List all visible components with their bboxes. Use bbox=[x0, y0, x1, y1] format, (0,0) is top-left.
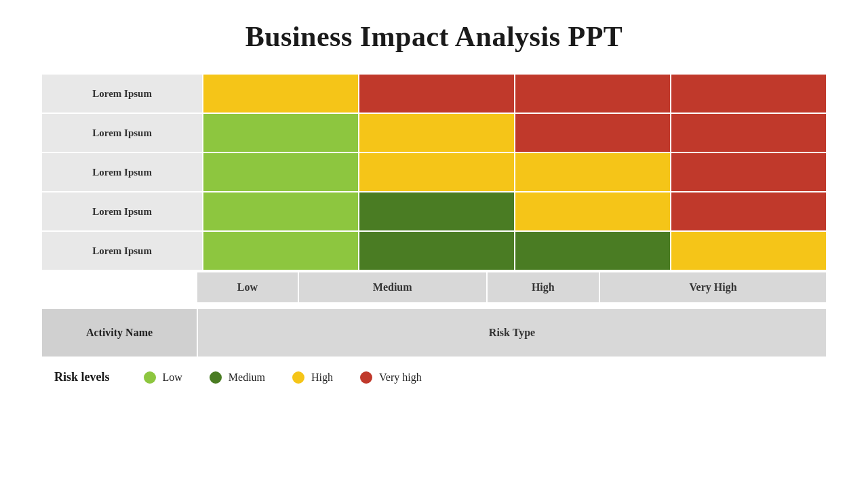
legend-title: Risk levels bbox=[54, 370, 110, 384]
legend-dot-2 bbox=[292, 371, 304, 384]
matrix-cell-r2-c2 bbox=[515, 152, 671, 192]
page: Business Impact Analysis PPT Lorem Ipsum… bbox=[0, 0, 868, 488]
matrix-cell-r2-c0 bbox=[203, 152, 359, 192]
matrix-cell-r4-c0 bbox=[203, 231, 359, 270]
legend-dot-1 bbox=[210, 371, 222, 384]
matrix-cell-r4-c2 bbox=[515, 231, 671, 270]
legend-item-2: High bbox=[292, 371, 333, 384]
matrix-cell-r3-c1 bbox=[359, 192, 515, 231]
empty-header bbox=[41, 272, 197, 303]
matrix-cell-r0-c1 bbox=[359, 74, 515, 113]
col-header-2: High bbox=[487, 272, 599, 303]
matrix-cell-r2-c1 bbox=[359, 152, 515, 192]
col-header-3: Very High bbox=[599, 272, 827, 303]
matrix-cell-r0-c0 bbox=[203, 74, 359, 113]
legend-item-0: Low bbox=[144, 371, 182, 384]
matrix-cell-r2-c3 bbox=[671, 152, 827, 192]
page-title: Business Impact Analysis PPT bbox=[245, 20, 623, 53]
legend-dot-3 bbox=[360, 371, 372, 384]
legend-item-3: Very high bbox=[360, 371, 422, 384]
legend-label-3: Very high bbox=[379, 371, 422, 384]
row-label-0: Lorem Ipsum bbox=[41, 74, 203, 113]
matrix-cell-r0-c2 bbox=[515, 74, 671, 113]
legend-item-1: Medium bbox=[210, 371, 265, 384]
row-label-1: Lorem Ipsum bbox=[41, 113, 203, 152]
matrix-table: Lorem IpsumLorem IpsumLorem IpsumLorem I… bbox=[41, 73, 827, 271]
matrix-cell-r0-c3 bbox=[671, 74, 827, 113]
matrix-cell-r1-c2 bbox=[515, 113, 671, 152]
matrix-cell-r1-c1 bbox=[359, 113, 515, 152]
col-header-1: Medium bbox=[298, 272, 487, 303]
matrix-cell-r3-c0 bbox=[203, 192, 359, 231]
row-label-3: Lorem Ipsum bbox=[41, 192, 203, 231]
legend-label-0: Low bbox=[163, 371, 182, 384]
matrix-cell-r4-c3 bbox=[671, 231, 827, 270]
row-label-4: Lorem Ipsum bbox=[41, 231, 203, 270]
legend-label-1: Medium bbox=[229, 371, 265, 384]
matrix-cell-r3-c3 bbox=[671, 192, 827, 231]
matrix-cell-r1-c3 bbox=[671, 113, 827, 152]
matrix-cell-r4-c1 bbox=[359, 231, 515, 270]
legend-label-2: High bbox=[311, 371, 333, 384]
matrix-cell-r3-c2 bbox=[515, 192, 671, 231]
info-content: Risk Type bbox=[197, 308, 827, 357]
info-label: Activity Name bbox=[41, 308, 197, 357]
matrix-cell-r1-c0 bbox=[203, 113, 359, 152]
legend-dot-0 bbox=[144, 371, 156, 384]
info-table: Activity Name Risk Type bbox=[41, 308, 827, 358]
row-label-2: Lorem Ipsum bbox=[41, 152, 203, 192]
matrix-wrapper: Lorem IpsumLorem IpsumLorem IpsumLorem I… bbox=[41, 73, 827, 358]
col-headers-table: LowMediumHighVery High bbox=[41, 271, 827, 304]
col-header-0: Low bbox=[197, 272, 298, 303]
legend: Risk levels LowMediumHighVery high bbox=[41, 370, 827, 384]
